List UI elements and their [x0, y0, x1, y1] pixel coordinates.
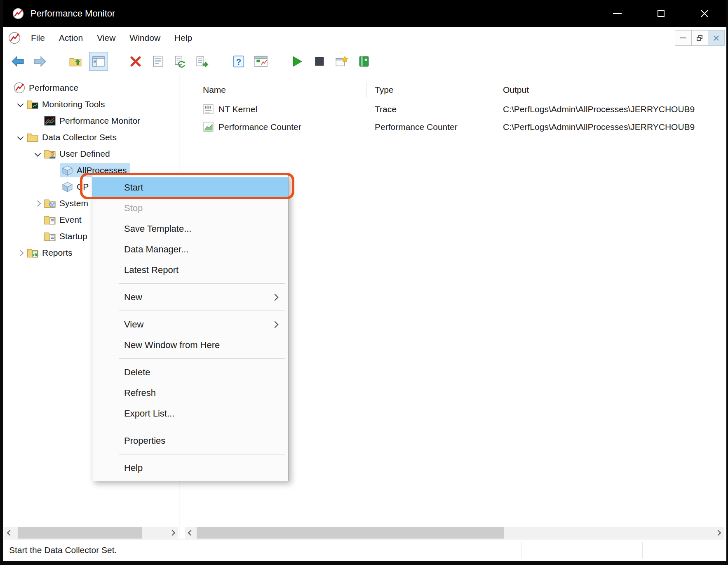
context-menu-item-new-window-from-here[interactable]: New Window from Here [92, 335, 288, 355]
context-menu-item-latest-report[interactable]: Latest Report [92, 260, 288, 280]
trace-icon [202, 103, 214, 115]
svg-text:?: ? [236, 57, 241, 66]
column-header-name[interactable]: Name [184, 82, 366, 98]
mdi-close-button[interactable] [708, 30, 725, 46]
refresh-icon [174, 55, 186, 68]
stop-button[interactable] [310, 52, 329, 71]
context-menu-item-delete[interactable]: Delete [92, 362, 288, 383]
scrollbar-track[interactable] [16, 527, 167, 539]
event-folder-icon [44, 214, 56, 226]
mdi-restore-button[interactable] [691, 30, 708, 46]
context-menu-item-properties[interactable]: Properties [92, 431, 288, 451]
scroll-right-button[interactable] [167, 527, 178, 539]
tree-item-data-collector-sets[interactable]: Data Collector Sets [3, 129, 179, 146]
scroll-left-button[interactable] [185, 527, 197, 539]
tree-item-performance[interactable]: Performance [3, 80, 179, 96]
toolbar: ? [3, 49, 726, 74]
new-data-collector-set-button[interactable] [332, 52, 351, 71]
context-menu-item-label: Properties [124, 436, 165, 446]
menu-view[interactable]: View [90, 31, 122, 45]
scroll-right-button[interactable] [712, 527, 724, 539]
context-menu-separator [119, 358, 285, 359]
back-button[interactable] [8, 52, 27, 71]
context-menu-item-view[interactable]: View [92, 314, 288, 335]
context-menu-item-label: New Window from Here [124, 340, 220, 351]
tree-item-performance-monitor[interactable]: Performance Monitor [3, 113, 179, 129]
maximize-button[interactable] [639, 0, 683, 27]
context-menu-item-start[interactable]: Start [92, 177, 288, 198]
context-menu-item-label: Stop [124, 203, 143, 214]
list-row-performance-counter[interactable]: Performance Counter Performance Counter … [184, 118, 726, 136]
context-menu-item-new[interactable]: New [92, 287, 288, 308]
scrollbar-thumb[interactable] [18, 527, 142, 539]
status-text: Start the Data Collector Set. [9, 545, 117, 555]
context-menu-separator [119, 427, 285, 427]
properties-button[interactable] [148, 52, 167, 71]
show-hide-console-tree-button[interactable] [89, 52, 108, 71]
system-folder-icon [44, 197, 56, 210]
delete-icon [130, 56, 141, 67]
start-button[interactable] [288, 52, 307, 71]
mdi-restore-icon [697, 35, 703, 41]
context-menu-item-refresh[interactable]: Refresh [92, 383, 288, 403]
properties-icon [153, 55, 163, 68]
minimize-icon [613, 13, 622, 14]
up-one-level-icon [69, 56, 82, 67]
list-row-nt-kernel[interactable]: NT Kernel Trace C:\PerfLogs\Admin\AllPro… [184, 100, 726, 118]
close-button[interactable] [683, 0, 726, 27]
menu-help[interactable]: Help [167, 31, 199, 45]
column-header-output[interactable]: Output [497, 82, 726, 98]
scrollbar-thumb[interactable] [197, 527, 504, 539]
view-log-data-button[interactable] [355, 52, 373, 71]
list-cell-name: Performance Counter [218, 122, 301, 132]
tree-item-monitoring-tools[interactable]: Monitoring Tools [3, 96, 179, 113]
context-menu-item-help[interactable]: Help [92, 458, 288, 478]
submenu-arrow-icon [272, 321, 279, 328]
chevron-collapsed-icon[interactable] [34, 200, 41, 207]
scroll-left-button[interactable] [4, 527, 16, 539]
up-one-level-button[interactable] [66, 52, 85, 71]
stop-icon [315, 56, 324, 66]
tree-item-label: Startup [59, 231, 87, 241]
context-menu-item-label: Latest Report [124, 265, 178, 275]
statusbar-divider [642, 542, 643, 558]
chevron-expanded-icon[interactable] [17, 134, 23, 140]
chevron-expanded-icon[interactable] [17, 101, 23, 107]
tree-horizontal-scrollbar[interactable] [4, 527, 178, 539]
delete-button[interactable] [126, 52, 145, 71]
scrollbar-track[interactable] [197, 527, 712, 539]
chevron-expanded-icon[interactable] [34, 150, 41, 157]
context-menu-item-label: Refresh [124, 388, 156, 398]
mdi-minimize-button[interactable] [675, 30, 692, 46]
menu-action[interactable]: Action [52, 31, 90, 45]
context-menu-item-label: Data Manager... [124, 244, 189, 255]
context-menu-item-save-template[interactable]: Save Template... [92, 219, 288, 239]
tree-item-label: Event [59, 215, 82, 225]
app-window: Performance Monitor File Action View Win… [3, 0, 726, 561]
menu-file[interactable]: File [24, 31, 52, 45]
tree-item-label: Performance Monitor [59, 116, 140, 126]
context-menu-item-data-manager[interactable]: Data Manager... [92, 239, 288, 260]
show-window-button[interactable] [251, 52, 270, 71]
menu-window[interactable]: Window [122, 31, 167, 45]
context-menu-separator [119, 311, 285, 311]
submenu-arrow-icon [272, 294, 279, 301]
refresh-button[interactable] [171, 52, 190, 71]
context-menu-item-export-list[interactable]: Export List... [92, 403, 288, 424]
user-folder-icon [44, 148, 56, 160]
minimize-button[interactable] [595, 0, 639, 27]
console-tree-icon [92, 56, 105, 67]
tree-item-user-defined[interactable]: User Defined [3, 146, 179, 162]
forward-button[interactable] [31, 52, 49, 71]
help-button[interactable]: ? [229, 52, 248, 71]
context-menu-item-stop: Stop [92, 198, 288, 219]
export-list-button[interactable] [193, 52, 212, 71]
column-header-type[interactable]: Type [366, 82, 497, 98]
mdi-window-controls [675, 30, 725, 46]
mdi-minimize-icon [680, 38, 686, 38]
back-icon [11, 56, 24, 67]
tree-item-label: Performance [29, 83, 78, 93]
list-horizontal-scrollbar[interactable] [185, 527, 724, 539]
chevron-collapsed-icon[interactable] [17, 250, 23, 256]
forward-icon [33, 56, 47, 67]
